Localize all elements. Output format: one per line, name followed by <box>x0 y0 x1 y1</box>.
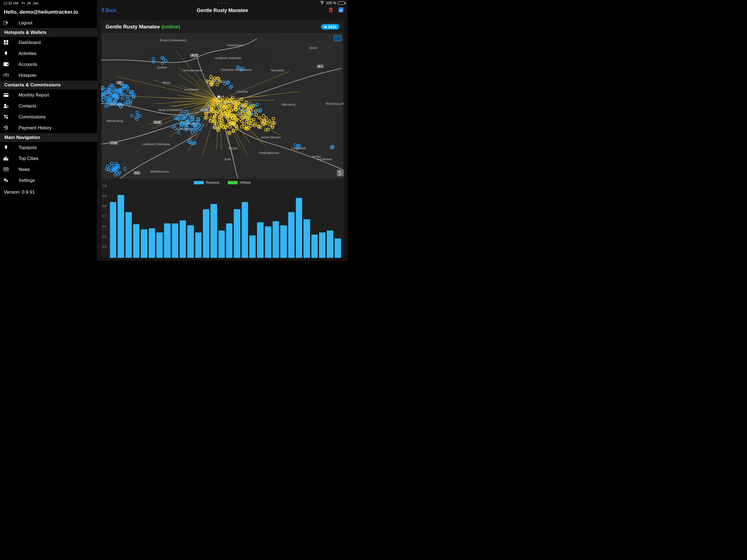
bar[interactable] <box>288 212 294 258</box>
chevron-left-icon <box>101 7 105 14</box>
logout-label: Logout <box>19 20 32 25</box>
bar[interactable] <box>203 209 209 258</box>
sidebar-item-label: Monthly Report <box>19 93 49 98</box>
bar[interactable] <box>126 212 132 258</box>
greeting: Hello, demo@heliumtracker.io <box>0 5 97 17</box>
y-tick: 0,8 <box>102 204 106 207</box>
bar[interactable] <box>257 222 263 258</box>
bar[interactable] <box>273 221 279 258</box>
bar[interactable] <box>335 238 341 258</box>
status-date: Fr. 28. Jan. <box>22 1 40 5</box>
gears-icon <box>3 177 9 183</box>
sidebar-item-label: Accounts <box>19 62 37 67</box>
hotspot-card: Gentle Rusty Manatee (online) 2621 <box>101 21 344 258</box>
sidebar-item-dashboard[interactable]: Dashboard <box>0 37 97 48</box>
rocket-icon <box>3 50 9 57</box>
bar[interactable] <box>280 225 287 258</box>
edit-button[interactable] <box>338 7 344 14</box>
delete-button[interactable] <box>328 7 333 14</box>
bar[interactable] <box>327 230 333 258</box>
bar[interactable] <box>172 223 178 258</box>
bar[interactable] <box>234 209 240 258</box>
card-header: Gentle Rusty Manatee (online) 2621 <box>101 21 344 33</box>
wallet-icon <box>3 61 9 68</box>
sidebar-item-hotspots[interactable]: Hotspots <box>0 70 97 81</box>
sidebar-item-news[interactable]: News <box>0 164 97 175</box>
bar[interactable] <box>296 198 302 258</box>
city-icon <box>3 155 9 161</box>
bar[interactable] <box>110 202 116 258</box>
sidebar-item-activities[interactable]: Activities <box>0 48 97 59</box>
bar[interactable] <box>195 232 202 258</box>
svg-rect-9 <box>4 94 8 95</box>
y-tick: 0,6 <box>102 225 106 228</box>
bar[interactable] <box>242 202 248 258</box>
svg-rect-4 <box>6 43 8 45</box>
rank-badge[interactable]: 2621 <box>321 24 339 29</box>
sidebar-item-accounts[interactable]: Accounts <box>0 59 97 70</box>
sidebar: 12:32 AM Fr. 28. Jan. Hello, demo@helium… <box>0 0 97 261</box>
section-main-navigation: Main Navigation <box>0 133 97 142</box>
bar[interactable] <box>180 221 186 258</box>
bar[interactable] <box>187 225 194 258</box>
bar[interactable] <box>319 232 325 258</box>
legend-affiliate[interactable]: Affiliate <box>228 181 251 184</box>
bar[interactable] <box>265 226 271 258</box>
sidebar-item-top-cities[interactable]: Top Cities <box>0 153 97 164</box>
page-title: Gentle Rusty Manatee <box>97 8 347 14</box>
sidebar-item-topspots[interactable]: Topspots <box>0 142 97 153</box>
bar[interactable] <box>226 223 232 258</box>
sidebar-item-commissions[interactable]: Commissions <box>0 111 97 122</box>
sidebar-item-label: Commissions <box>19 114 46 120</box>
user-gear-icon <box>3 103 9 109</box>
svg-point-23 <box>322 3 323 4</box>
sidebar-item-payment-history[interactable]: Payment History <box>0 122 97 133</box>
status-badge: (online) <box>162 24 180 30</box>
y-tick: 0,7 <box>102 214 106 218</box>
map[interactable]: Brake (Unterweser)HambergenZevenLandkrei… <box>101 33 344 179</box>
bar[interactable] <box>304 219 310 258</box>
bar[interactable] <box>133 224 139 258</box>
sidebar-item-settings[interactable]: Settings <box>0 175 97 186</box>
sidebar-item-monthly-report[interactable]: Monthly Report <box>0 90 97 100</box>
bar[interactable] <box>164 223 170 258</box>
version-label: Version: 0.9.91 <box>0 186 97 199</box>
svg-point-13 <box>6 117 8 119</box>
road-shield: A 1 <box>317 65 324 68</box>
bar[interactable] <box>210 204 217 258</box>
sidebar-item-label: Contacts <box>19 103 36 108</box>
road-shield: A 27 <box>337 170 344 176</box>
logout-button[interactable]: Logout <box>0 17 97 28</box>
bar[interactable] <box>156 232 163 258</box>
status-bar: 12:32 AM Fr. 28. Jan. <box>0 0 97 5</box>
legend-label: Affiliate <box>240 181 251 184</box>
road-shield: A 29 <box>109 141 118 145</box>
rocket-icon <box>3 144 9 151</box>
road-shield: 93 <box>116 81 123 84</box>
bar[interactable] <box>149 228 155 258</box>
drag-handle-icon[interactable]: • • • <box>97 0 347 5</box>
svg-point-21 <box>4 179 6 181</box>
sidebar-item-label: Topspots <box>19 145 36 150</box>
back-button[interactable]: Back <box>101 7 117 14</box>
sidebar-item-label: Dashboard <box>19 40 41 45</box>
bar[interactable] <box>218 230 225 258</box>
bar[interactable] <box>141 229 147 258</box>
sidebar-item-label: Settings <box>19 178 35 183</box>
svg-point-11 <box>6 106 8 107</box>
sidebar-item-contacts[interactable]: Contacts <box>0 100 97 111</box>
bar[interactable] <box>118 195 124 258</box>
map-photo-toggle[interactable] <box>334 35 341 41</box>
legend-rewards[interactable]: Rewards <box>194 181 219 184</box>
chart-legend: Rewards Affiliate <box>101 179 344 186</box>
swatch-icon <box>228 181 238 184</box>
svg-point-22 <box>6 180 8 182</box>
bar[interactable] <box>311 235 318 258</box>
bar[interactable] <box>249 235 256 258</box>
svg-point-12 <box>4 115 6 117</box>
y-tick: 0,5 <box>102 235 106 238</box>
road-shield: A 27 <box>190 54 199 57</box>
rewards-chart[interactable]: 1,00,90,80,70,60,50,4 <box>101 186 344 258</box>
antenna-icon <box>3 72 9 78</box>
status-bar-right: 100 % <box>320 1 345 5</box>
